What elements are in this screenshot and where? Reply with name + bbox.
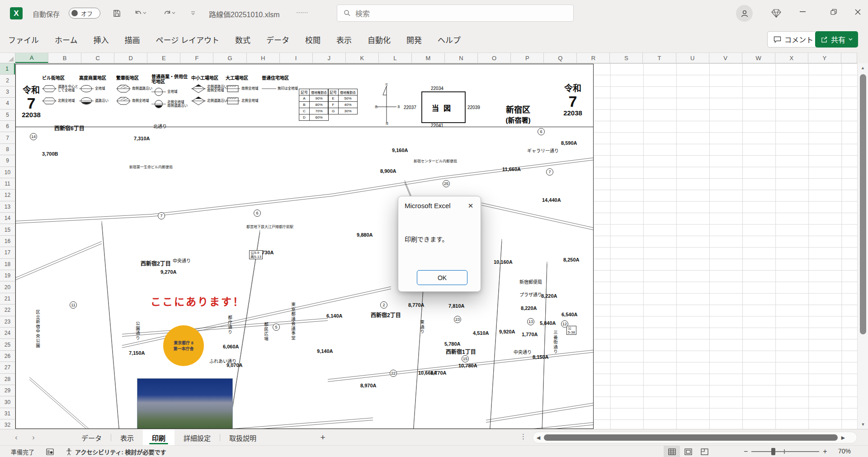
row-header-10[interactable]: 10	[0, 167, 15, 178]
row-header-23[interactable]: 23	[0, 316, 15, 328]
zoom-out-button[interactable]: −	[744, 447, 748, 456]
vertical-scrollbar[interactable]: ▲ ▼	[857, 63, 868, 429]
premium-gem-icon[interactable]	[771, 9, 781, 18]
redo-button[interactable]	[159, 6, 179, 20]
row-header-18[interactable]: 18	[0, 259, 15, 270]
row-header-20[interactable]: 20	[0, 281, 15, 293]
row-header-15[interactable]: 15	[0, 224, 15, 235]
column-header-E[interactable]: E	[147, 53, 180, 63]
page-layout-view-button[interactable]	[680, 446, 696, 457]
save-icon[interactable]	[110, 6, 123, 20]
row-header-24[interactable]: 24	[0, 328, 15, 339]
close-button[interactable]	[847, 0, 868, 24]
share-button[interactable]: 共有	[815, 31, 858, 48]
excel-app-icon[interactable]: X	[10, 7, 23, 19]
ribbon-tab-開発[interactable]: 開発	[406, 32, 423, 47]
row-header-11[interactable]: 11	[0, 178, 15, 190]
sheet-more-icon[interactable]: ⋮	[520, 433, 527, 441]
ribbon-tab-描画[interactable]: 描画	[124, 32, 141, 47]
ribbon-tab-挿入[interactable]: 挿入	[93, 32, 110, 47]
row-header-16[interactable]: 16	[0, 236, 15, 247]
column-header-C[interactable]: C	[81, 53, 114, 63]
row-header-3[interactable]: 3	[0, 86, 15, 98]
document-title-more-icon[interactable]: ⋯⋯	[296, 9, 308, 16]
row-header-32[interactable]: 32	[0, 419, 15, 429]
scroll-left-icon[interactable]: ◀	[533, 435, 544, 441]
row-header-7[interactable]: 7	[0, 132, 15, 143]
row-header-31[interactable]: 31	[0, 408, 15, 419]
macro-record-icon[interactable]	[46, 448, 54, 455]
column-header-R[interactable]: R	[577, 53, 610, 63]
column-header-J[interactable]: J	[313, 53, 346, 63]
ribbon-tab-表示[interactable]: 表示	[335, 32, 353, 47]
column-header-K[interactable]: K	[346, 53, 379, 63]
row-header-25[interactable]: 25	[0, 339, 15, 350]
column-header-G[interactable]: G	[213, 53, 246, 63]
row-header-6[interactable]: 6	[0, 121, 15, 132]
row-header-26[interactable]: 26	[0, 351, 15, 362]
column-header-P[interactable]: P	[511, 53, 544, 63]
vertical-scrollbar-thumb[interactable]	[860, 74, 866, 334]
column-header-V[interactable]: V	[709, 53, 742, 63]
scroll-up-icon[interactable]: ▲	[858, 63, 868, 72]
accessibility-status[interactable]: アクセシビリティ: 検討が必要です	[66, 447, 166, 456]
sheet-tab-取扱説明[interactable]: 取扱説明	[220, 429, 265, 446]
sheet-tab-データ[interactable]: データ	[72, 429, 111, 446]
ribbon-tab-数式[interactable]: 数式	[234, 32, 251, 47]
zoom-slider-thumb[interactable]	[771, 448, 775, 455]
column-header-L[interactable]: L	[379, 53, 412, 63]
column-header-D[interactable]: D	[114, 53, 147, 63]
row-header-21[interactable]: 21	[0, 293, 15, 305]
column-header-B[interactable]: B	[48, 53, 81, 63]
row-header-12[interactable]: 12	[0, 190, 15, 201]
minimize-button[interactable]	[792, 0, 813, 24]
column-header-X[interactable]: X	[775, 53, 808, 63]
column-header-M[interactable]: M	[412, 53, 445, 63]
document-title[interactable]: 路線価20251010.xlsm	[209, 9, 280, 19]
column-header-Y[interactable]: Y	[808, 53, 841, 63]
row-header-5[interactable]: 5	[0, 109, 15, 121]
row-header-19[interactable]: 19	[0, 270, 15, 281]
column-header-O[interactable]: O	[478, 53, 511, 63]
scroll-right-icon[interactable]: ▶	[838, 435, 849, 441]
add-sheet-button[interactable]: +	[316, 431, 329, 444]
row-header-13[interactable]: 13	[0, 201, 15, 213]
row-header-4[interactable]: 4	[0, 98, 15, 109]
autosave-toggle[interactable]: オフ	[69, 8, 100, 19]
sheet-tab-印刷[interactable]: 印刷	[143, 429, 175, 446]
ribbon-tab-ヘルプ[interactable]: ヘルプ	[437, 32, 462, 47]
scroll-down-icon[interactable]: ▼	[858, 420, 868, 429]
column-header-F[interactable]: F	[180, 53, 213, 63]
column-header-T[interactable]: T	[643, 53, 676, 63]
ribbon-tab-ページ レイアウト[interactable]: ページ レイアウト	[155, 32, 220, 47]
row-header-27[interactable]: 27	[0, 362, 15, 373]
column-header-partial[interactable]	[841, 53, 857, 63]
column-header-H[interactable]: H	[247, 53, 280, 63]
column-header-S[interactable]: S	[610, 53, 643, 63]
row-header-9[interactable]: 9	[0, 155, 15, 167]
map-object[interactable]: 令和 7 22038 ビル街地区道路を中心として全地域北側全地域高度商業地区全地…	[15, 64, 594, 429]
row-header-17[interactable]: 17	[0, 247, 15, 258]
ribbon-tab-データ[interactable]: データ	[265, 32, 290, 47]
sheet-tab-表示[interactable]: 表示	[111, 429, 143, 446]
column-header-N[interactable]: N	[445, 53, 478, 63]
ribbon-tab-ファイル[interactable]: ファイル	[7, 32, 40, 47]
row-header-29[interactable]: 29	[0, 385, 15, 396]
select-all-corner[interactable]	[0, 53, 15, 63]
undo-button[interactable]	[130, 6, 150, 20]
horizontal-scrollbar-thumb[interactable]	[544, 434, 838, 441]
dialog-close-button[interactable]: ✕	[465, 200, 476, 211]
row-header-2[interactable]: 2	[0, 75, 15, 86]
restore-button[interactable]	[823, 0, 844, 24]
comments-button[interactable]: コメント	[767, 31, 820, 48]
column-header-U[interactable]: U	[676, 53, 709, 63]
zoom-slider[interactable]	[751, 451, 819, 452]
column-header-A[interactable]: A	[15, 53, 48, 63]
sheet-nav-right-icon[interactable]: ›	[28, 432, 39, 443]
ribbon-tab-ホーム[interactable]: ホーム	[54, 32, 79, 47]
row-header-30[interactable]: 30	[0, 396, 15, 408]
zoom-in-button[interactable]: +	[823, 447, 827, 456]
quick-access-more-icon[interactable]	[187, 6, 199, 20]
column-header-Q[interactable]: Q	[544, 53, 577, 63]
row-header-28[interactable]: 28	[0, 374, 15, 385]
